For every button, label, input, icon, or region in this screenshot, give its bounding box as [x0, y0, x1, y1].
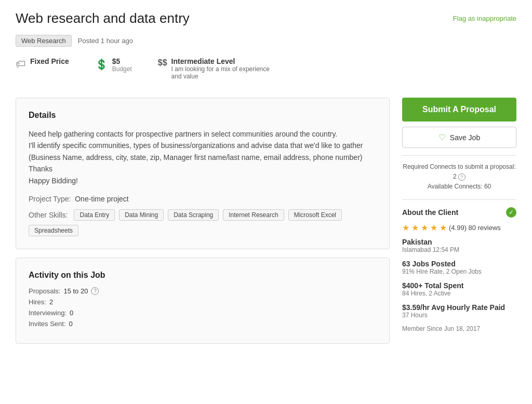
budget-icon: 💲	[95, 58, 108, 71]
client-location: Pakistan Islamabad 12:54 PM	[402, 238, 516, 253]
invites-item: Invites Sent: 0	[29, 320, 377, 328]
invites-value: 0	[69, 320, 73, 328]
skill-tag[interactable]: Microsoft Excel	[288, 209, 342, 221]
heart-icon: ♡	[438, 132, 446, 142]
star-3: ★	[421, 223, 428, 233]
level-symbol: $$	[158, 58, 167, 68]
skill-tag[interactable]: Spreadsheets	[29, 225, 78, 236]
invites-label: Invites Sent:	[29, 320, 66, 328]
available-connects: Available Connects: 60	[428, 183, 491, 190]
interviewing-value: 0	[70, 309, 73, 317]
posted-time: Posted 1 hour ago	[78, 37, 133, 45]
skill-tag[interactable]: Data Entry	[74, 209, 115, 221]
member-since: Member Since Jun 18, 2017	[402, 325, 516, 332]
star-1: ★	[402, 223, 409, 233]
jobs-posted-label: 63 Jobs Posted	[402, 260, 516, 268]
skill-tag[interactable]: Data Scraping	[168, 209, 219, 221]
client-section-title: About the Client	[402, 208, 458, 217]
level-label: Intermediate Level	[171, 57, 275, 65]
details-card: Details Need help gathering contacts for…	[16, 98, 390, 249]
project-type-label: Project Type:	[29, 195, 71, 203]
avg-rate-sub: 37 Hours	[402, 312, 516, 319]
skills-row: Other Skills: Data Entry Data Mining Dat…	[29, 209, 377, 236]
web-research-tag[interactable]: Web Research	[16, 35, 72, 47]
main-content: Details Need help gathering contacts for…	[16, 98, 516, 344]
hires-value: 2	[49, 298, 53, 306]
client-city-time: Islamabad 12:54 PM	[402, 246, 516, 253]
job-description: Need help gathering contacts for prospec…	[29, 128, 377, 186]
flag-link[interactable]: Flag as inappropriate	[453, 15, 516, 22]
level-item: $$ Intermediate Level I am looking for a…	[158, 57, 275, 80]
level-desc: I am looking for a mix of experience and…	[171, 65, 275, 80]
avg-rate-label: $3.59/hr Avg Hourly Rate Paid	[402, 303, 516, 312]
job-title: Web research and data entry	[16, 10, 443, 26]
client-country: Pakistan	[402, 238, 516, 246]
proposals-info-icon[interactable]: ?	[91, 287, 99, 295]
save-job-label: Save Job	[450, 133, 480, 142]
budget-label: Budget	[112, 65, 132, 73]
page-header: Web research and data entry Flag as inap…	[16, 10, 516, 26]
proposals-value: 15 to 20	[63, 287, 88, 295]
skills-label: Other Skills:	[29, 211, 68, 219]
hire-rate: 91% Hire Rate, 2 Open Jobs	[402, 268, 516, 275]
proposals-item: Proposals: 15 to 20 ?	[29, 287, 377, 295]
interviewing-item: Interviewing: 0	[29, 309, 377, 317]
proposals-label: Proposals:	[29, 287, 60, 295]
star-2: ★	[411, 223, 419, 233]
submit-proposal-button[interactable]: Submit A Proposal	[402, 98, 516, 122]
details-title: Details	[29, 111, 377, 120]
skill-tag[interactable]: Data Mining	[119, 209, 164, 221]
client-section: About the Client ✓ ★ ★ ★ ★ ★ (4.99) 80 r…	[402, 199, 516, 332]
budget-amount: $5	[112, 57, 132, 65]
project-type-row: Project Type: One-time project	[29, 195, 377, 203]
star-4: ★	[430, 223, 437, 233]
hires-label: Hires:	[29, 298, 46, 306]
save-job-button[interactable]: ♡ Save Job	[402, 127, 516, 148]
connects-info-icon[interactable]: ?	[458, 173, 466, 181]
client-total-spent: $400+ Total Spent 84 Hires, 2 Active	[402, 281, 516, 297]
interviewing-label: Interviewing:	[29, 309, 66, 317]
client-avg-rate: $3.59/hr Avg Hourly Rate Paid 37 Hours	[402, 303, 516, 319]
verified-icon: ✓	[506, 207, 516, 218]
activity-card: Activity on this Job Proposals: 15 to 20…	[16, 258, 390, 344]
connects-box: Required Connects to submit a proposal: …	[402, 155, 516, 192]
hires-item: Hires: 2	[29, 298, 377, 306]
meta-row: Web Research Posted 1 hour ago	[16, 35, 516, 47]
right-panel: Submit A Proposal ♡ Save Job Required Co…	[402, 98, 516, 344]
price-tag-icon: 🏷	[16, 58, 26, 70]
total-spent-label: $400+ Total Spent	[402, 281, 516, 290]
total-spent-sub: 84 Hires, 2 Active	[402, 290, 516, 297]
stars-row: ★ ★ ★ ★ ★ (4.99) 80 reviews	[402, 223, 516, 233]
client-jobs-posted: 63 Jobs Posted 91% Hire Rate, 2 Open Job…	[402, 260, 516, 275]
activity-title: Activity on this Job	[29, 271, 377, 280]
price-type-item: 🏷 Fixed Price	[16, 57, 69, 70]
rating-text: (4.99) 80 reviews	[449, 224, 501, 232]
star-5: ★	[440, 223, 447, 233]
project-type-value: One-time project	[75, 195, 128, 203]
skill-tag[interactable]: Internet Research	[223, 209, 284, 221]
budget-item: 💲 $5 Budget	[95, 57, 132, 73]
job-info-row: 🏷 Fixed Price 💲 $5 Budget $$ Intermediat…	[16, 57, 516, 85]
client-header: About the Client ✓	[402, 207, 516, 218]
price-type-label: Fixed Price	[30, 57, 69, 65]
left-panel: Details Need help gathering contacts for…	[16, 98, 390, 344]
